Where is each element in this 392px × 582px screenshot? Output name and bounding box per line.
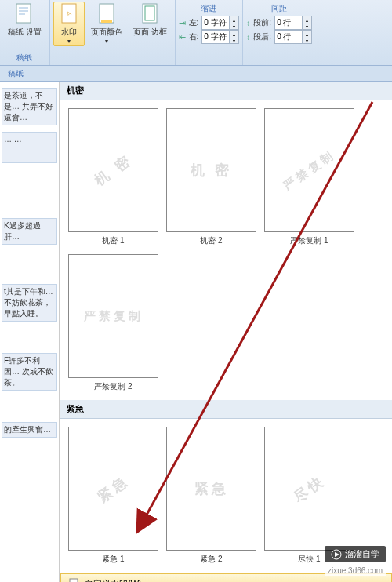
- document-area: 是茶道，不是… 共弄不好還會… … … K過多超過肝… t其是下午和… 不妨飲花…: [0, 82, 60, 582]
- page-border-label: 页面 边框: [133, 27, 167, 38]
- doc-snippet: … …: [2, 132, 57, 163]
- svg-marker-17: [335, 552, 339, 557]
- page-border-button[interactable]: 页面 边框: [129, 2, 172, 46]
- svg-rect-1: [19, 7, 28, 9]
- wm-preview: 机 密: [91, 151, 136, 190]
- doc-snippet: 是茶道，不是… 共弄不好還會…: [2, 88, 57, 125]
- gallery-item-jinji1[interactable]: 紧急 紧急 1: [68, 427, 158, 565]
- svg-rect-3: [19, 13, 25, 15]
- brand-name: 溜溜自学: [345, 548, 379, 560]
- page-border-icon: [139, 3, 161, 25]
- spin-down[interactable]: ▾: [229, 37, 238, 43]
- spacing-after-icon: ↕: [246, 33, 250, 42]
- spin-down[interactable]: ▾: [229, 23, 238, 29]
- spin-down[interactable]: ▾: [302, 37, 311, 43]
- brand-watermark: 溜溜自学: [325, 546, 386, 562]
- svg-rect-2: [19, 10, 28, 12]
- spin-up[interactable]: ▴: [229, 31, 238, 37]
- play-icon: [331, 549, 342, 560]
- gallery-caption: 紧急 2: [200, 554, 222, 565]
- menu-label: 自定义水印(W)...: [85, 578, 149, 583]
- gallery-item-yanjin2[interactable]: 严禁复制 严禁复制 2: [68, 254, 158, 392]
- wm-preview: 严禁复制: [84, 309, 143, 324]
- indent-left-label: 左:: [189, 17, 199, 28]
- page-color-label: 页面颜色: [91, 27, 122, 38]
- group-label-gaozhi: 稿纸: [3, 51, 46, 64]
- gallery-caption: 严禁复制 1: [290, 235, 328, 246]
- svg-rect-6: [100, 4, 114, 23]
- chevron-down-icon: ▾: [67, 38, 71, 45]
- watermark-icon: A: [58, 3, 80, 25]
- svg-rect-9: [70, 579, 78, 582]
- gallery-item-yanjin1[interactable]: 严禁复制 严禁复制 1: [264, 108, 354, 246]
- indent-right-icon: ⇤: [179, 32, 186, 42]
- document-icon: [67, 577, 80, 582]
- gallery-caption: 机密 1: [102, 235, 124, 246]
- gallery-caption: 严禁复制 2: [94, 381, 132, 392]
- tab-gaozhi[interactable]: 稿纸: [8, 68, 24, 79]
- gallery-item-jinkuai1[interactable]: 尽快 尽快 1: [264, 427, 354, 565]
- gallery-caption: 机密 2: [200, 235, 222, 246]
- indent-right-label: 右:: [189, 31, 199, 42]
- gallery-section-jinji: 紧急: [60, 400, 392, 419]
- wm-preview: 紧急: [94, 471, 133, 507]
- brand-url: zixue.3d66.com: [325, 566, 386, 576]
- gallery-caption: 尽快 1: [298, 554, 320, 565]
- spin-up[interactable]: ▴: [229, 16, 238, 23]
- watermark-label: 水印: [61, 27, 77, 38]
- group-label-spacing: 间距: [246, 2, 312, 16]
- page-color-button[interactable]: 页面颜色 ▾: [86, 2, 127, 46]
- wm-preview: 严禁复制: [281, 147, 338, 193]
- wm-preview: 紧急: [194, 479, 229, 498]
- gallery-item-jimi2[interactable]: 机 密 机密 2: [166, 108, 256, 246]
- gallery-caption: 紧急 1: [102, 554, 124, 565]
- gallery-section-jimi: 机密: [60, 82, 392, 100]
- gaozhi-settings-button[interactable]: 稿纸 设置: [3, 2, 46, 39]
- watermark-gallery: 机密 机 密 机密 1 机 密 机密 2 严禁复制 严禁复制 1 严禁复制 严禁…: [60, 82, 392, 582]
- spin-down[interactable]: ▾: [302, 23, 311, 29]
- doc-snippet: t其是下午和… 不妨飲花茶， 早點入睡。: [2, 284, 57, 322]
- spin-up[interactable]: ▴: [302, 31, 311, 37]
- spacing-before-icon: ↕: [246, 19, 250, 27]
- spin-up[interactable]: ▴: [302, 16, 311, 23]
- chevron-down-icon: ▾: [105, 38, 108, 45]
- gaozhi-label: 稿纸 设置: [8, 27, 42, 38]
- group-label-indent: 缩进: [179, 2, 240, 16]
- gallery-item-jimi1[interactable]: 机 密 机密 1: [68, 108, 158, 246]
- watermark-button[interactable]: A 水印 ▾: [53, 2, 85, 46]
- doc-snippet: 的產生興奮…: [2, 422, 57, 438]
- wm-preview: 机 密: [191, 161, 232, 180]
- wm-preview: 尽快: [290, 471, 329, 507]
- doc-snippet: K過多超過肝…: [2, 218, 57, 245]
- document-icon: [13, 3, 35, 25]
- page-color-icon: [96, 3, 118, 25]
- gallery-item-jinji2[interactable]: 紧急 紧急 2: [166, 427, 256, 565]
- spacing-before-label: 段前:: [253, 17, 271, 28]
- doc-snippet: F許多不利因… 次或不飲茶。: [2, 353, 57, 391]
- spacing-after-label: 段后:: [253, 31, 271, 42]
- indent-left-icon: ⇥: [179, 18, 186, 28]
